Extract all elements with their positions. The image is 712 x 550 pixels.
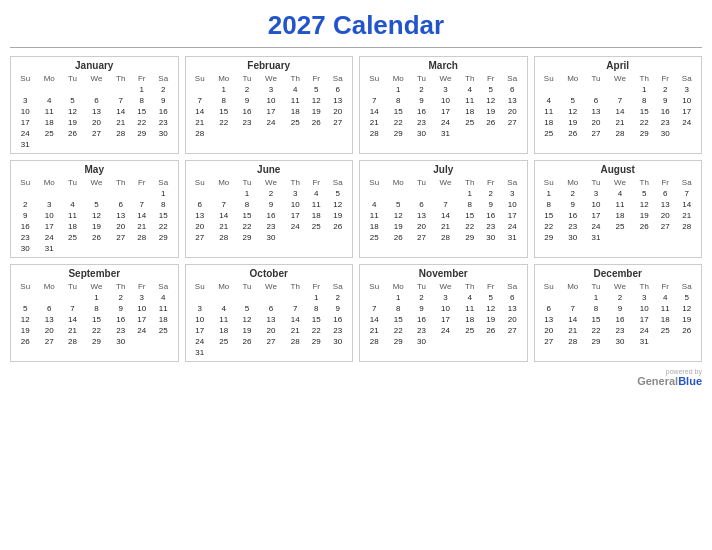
day-cell: 15 [634, 106, 655, 117]
day-cell: 23 [14, 232, 37, 243]
table-row: 24252627282930 [14, 128, 175, 139]
day-cell: 29 [152, 232, 175, 243]
month-table: SuMoTuWeThFrSa12345678910111213141516171… [538, 177, 699, 243]
day-cell: 17 [285, 210, 306, 221]
table-row: 6789101112 [189, 199, 350, 210]
day-cell [132, 336, 152, 347]
day-cell: 21 [110, 117, 131, 128]
day-cell: 5 [14, 303, 37, 314]
day-cell: 8 [211, 95, 237, 106]
month-table: SuMoTuWeThFrSa12345678910111213141516171… [14, 73, 175, 150]
day-cell [363, 84, 386, 95]
table-row: 123456 [363, 292, 524, 303]
table-row: 1 [14, 188, 175, 199]
day-cell: 26 [481, 325, 501, 336]
day-cell: 26 [560, 128, 586, 139]
watermark: powered by GeneralBlue [10, 368, 702, 387]
day-header: Fr [655, 177, 675, 188]
day-cell [110, 243, 131, 254]
month-april: AprilSuMoTuWeThFrSa123456789101112131415… [534, 56, 703, 154]
day-cell [326, 232, 349, 243]
table-row: 123456 [189, 84, 350, 95]
day-cell: 30 [257, 232, 284, 243]
day-cell: 10 [285, 199, 306, 210]
day-cell: 13 [501, 95, 524, 106]
day-header: Sa [152, 73, 175, 84]
day-cell: 8 [386, 95, 412, 106]
day-cell: 6 [586, 95, 607, 106]
month-table: SuMoTuWeThFrSa12345678910111213141516171… [363, 177, 524, 243]
day-cell: 2 [411, 292, 432, 303]
table-row: 252627282930 [538, 128, 699, 139]
table-row: 24252627282930 [189, 336, 350, 347]
day-cell: 1 [132, 84, 152, 95]
day-cell: 26 [14, 336, 37, 347]
day-cell: 17 [586, 210, 607, 221]
day-header: We [257, 281, 284, 292]
day-header: Th [285, 177, 306, 188]
day-cell: 30 [481, 232, 501, 243]
day-cell: 18 [62, 221, 83, 232]
day-cell: 6 [501, 84, 524, 95]
day-cell: 9 [14, 210, 37, 221]
day-header: Fr [481, 177, 501, 188]
day-cell: 28 [363, 336, 386, 347]
day-header: Sa [326, 281, 349, 292]
day-cell: 19 [237, 325, 258, 336]
month-table: SuMoTuWeThFrSa12345678910111213141516171… [14, 177, 175, 254]
day-cell: 16 [14, 221, 37, 232]
day-cell: 6 [655, 188, 675, 199]
month-june: JuneSuMoTuWeThFrSa1234567891011121314151… [185, 160, 354, 258]
month-name: November [363, 268, 524, 279]
day-cell: 7 [285, 303, 306, 314]
month-table: SuMoTuWeThFrSa12345678910111213141516171… [189, 73, 350, 139]
day-header: Su [363, 177, 386, 188]
day-cell: 8 [83, 303, 110, 314]
day-cell: 20 [189, 221, 212, 232]
day-cell [14, 188, 37, 199]
month-september: SeptemberSuMoTuWeThFrSa12345678910111213… [10, 264, 179, 362]
day-cell: 25 [211, 336, 237, 347]
day-cell [363, 188, 386, 199]
day-cell: 17 [501, 210, 524, 221]
day-header: Th [110, 73, 131, 84]
day-cell: 2 [560, 188, 586, 199]
table-row: 123 [538, 84, 699, 95]
day-cell: 6 [189, 199, 212, 210]
day-cell [326, 347, 349, 358]
day-cell: 13 [586, 106, 607, 117]
day-cell: 28 [675, 221, 698, 232]
month-table: SuMoTuWeThFrSa12345678910111213141516171… [189, 177, 350, 243]
day-cell [501, 336, 524, 347]
day-cell: 11 [538, 106, 561, 117]
day-cell: 5 [326, 188, 349, 199]
day-cell [132, 188, 152, 199]
day-cell: 30 [411, 128, 432, 139]
day-cell: 20 [501, 314, 524, 325]
day-header: Sa [326, 177, 349, 188]
day-cell [189, 84, 212, 95]
day-cell: 27 [257, 336, 284, 347]
table-row: 28293031 [363, 128, 524, 139]
table-row: 3456789 [189, 303, 350, 314]
day-cell: 14 [675, 199, 698, 210]
day-cell [411, 188, 432, 199]
day-cell: 11 [211, 314, 237, 325]
day-header: Fr [306, 73, 326, 84]
month-february: FebruarySuMoTuWeThFrSa123456789101112131… [185, 56, 354, 154]
day-cell: 11 [606, 199, 633, 210]
day-header: Tu [62, 73, 83, 84]
day-header: Th [634, 281, 655, 292]
day-cell [37, 84, 63, 95]
day-cell: 14 [110, 106, 131, 117]
day-header: Sa [152, 281, 175, 292]
day-header: Su [14, 281, 37, 292]
day-cell: 16 [655, 106, 675, 117]
day-cell: 4 [606, 188, 633, 199]
day-cell [257, 347, 284, 358]
day-cell: 24 [37, 232, 63, 243]
day-cell: 8 [586, 303, 607, 314]
table-row: 891011121314 [538, 199, 699, 210]
day-cell: 19 [560, 117, 586, 128]
day-cell [306, 232, 326, 243]
